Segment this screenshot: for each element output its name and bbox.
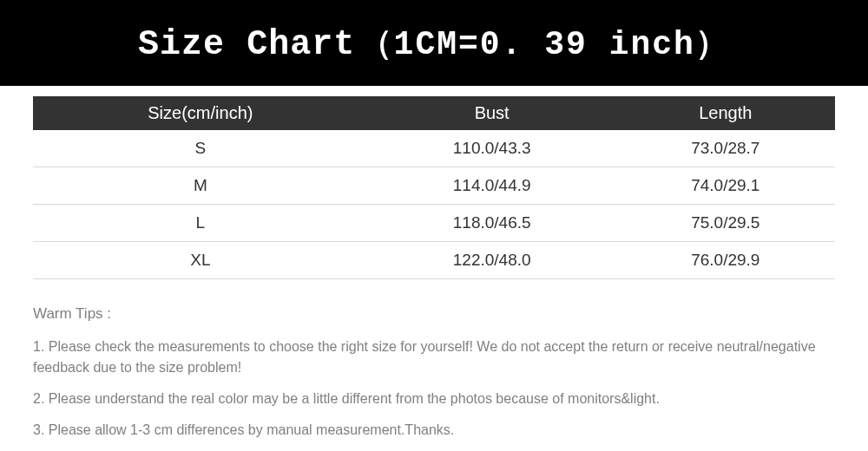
size-table-container: Size(cm/inch) Bust Length S 110.0/43.3 7… bbox=[0, 86, 868, 279]
table-row: L 118.0/46.5 75.0/29.5 bbox=[33, 205, 835, 242]
title-bar: Size Chart （1CM=0. 39 inch） bbox=[0, 0, 868, 86]
col-size: Size(cm/inch) bbox=[33, 96, 368, 130]
cell-length: 76.0/29.9 bbox=[616, 242, 835, 279]
table-row: S 110.0/43.3 73.0/28.7 bbox=[33, 130, 835, 167]
cell-length: 74.0/29.1 bbox=[616, 167, 835, 205]
cell-size: XL bbox=[33, 242, 368, 279]
table-row: M 114.0/44.9 74.0/29.1 bbox=[33, 167, 835, 205]
tip-item: 1. Please check the measurements to choo… bbox=[33, 337, 835, 378]
tips-heading: Warm Tips : bbox=[33, 305, 835, 323]
col-bust: Bust bbox=[368, 96, 616, 130]
tip-item: 3. Please allow 1-3 cm differences by ma… bbox=[33, 420, 835, 441]
cell-size: S bbox=[33, 130, 368, 167]
cell-bust: 110.0/43.3 bbox=[368, 130, 616, 167]
tip-item: 2. Please understand the real color may … bbox=[33, 389, 835, 409]
warm-tips: Warm Tips : 1. Please check the measurem… bbox=[0, 279, 868, 441]
table-row: XL 122.0/48.0 76.0/29.9 bbox=[33, 242, 835, 279]
title-conversion-note: （1CM=0. 39 inch） bbox=[359, 26, 730, 63]
cell-size: M bbox=[33, 167, 368, 205]
col-length: Length bbox=[616, 96, 835, 130]
cell-length: 73.0/28.7 bbox=[616, 130, 835, 167]
table-header-row: Size(cm/inch) Bust Length bbox=[33, 96, 835, 130]
size-table: Size(cm/inch) Bust Length S 110.0/43.3 7… bbox=[33, 96, 835, 279]
cell-length: 75.0/29.5 bbox=[616, 205, 835, 242]
title-text: Size Chart bbox=[138, 25, 355, 64]
cell-bust: 122.0/48.0 bbox=[368, 242, 616, 279]
cell-size: L bbox=[33, 205, 368, 242]
cell-bust: 118.0/46.5 bbox=[368, 205, 616, 242]
cell-bust: 114.0/44.9 bbox=[368, 167, 616, 205]
